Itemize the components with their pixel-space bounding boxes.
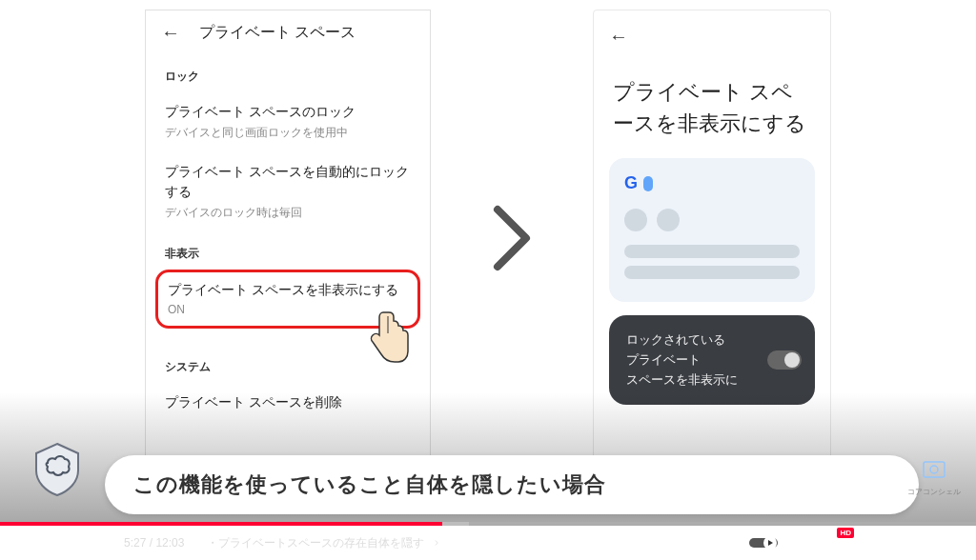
back-arrow-icon[interactable]: ← [609, 26, 815, 48]
subtitle-bubble: この機能を使っていること自体を隠したい場合 [105, 455, 919, 514]
dark-card-line: スペースを非表示に [626, 370, 798, 390]
pill-icon [643, 176, 653, 191]
locked-private-space-card: ロックされている プライベート スペースを非表示に [609, 315, 815, 405]
svg-rect-5 [798, 538, 812, 548]
back-arrow-icon[interactable]: ← [161, 22, 180, 44]
page-heading: プライベート スペースを非表示にする [613, 76, 811, 139]
setting-title: プライベート スペースを非表示にする [168, 280, 408, 300]
phone-settings-panel: ← プライベート スペース ロック プライベート スペースのロック デバイスと同… [145, 10, 431, 467]
fullscreen-button[interactable] [944, 533, 963, 552]
brand-text: コアコンシェル [907, 488, 961, 496]
setting-title: プライベート スペースのロック [165, 102, 411, 122]
next-button[interactable] [51, 533, 71, 552]
phone-header-title: プライベート スペース [199, 23, 356, 43]
channel-logo-badge [29, 440, 86, 497]
google-logo-placeholder: G [624, 173, 800, 193]
setting-private-space-lock[interactable]: プライベート スペースのロック デバイスと同じ画面ロックを使用中 [146, 92, 430, 152]
theater-mode-button[interactable] [904, 533, 926, 552]
setting-delete-private-space[interactable]: プライベート スペースを削除 [146, 383, 430, 424]
skeleton-bar [624, 266, 800, 279]
autoplay-toggle[interactable] [749, 535, 778, 550]
svg-rect-7 [877, 543, 883, 547]
illustration-card: G [609, 158, 815, 302]
play-button[interactable] [13, 532, 34, 553]
toggle-switch[interactable] [767, 350, 802, 370]
svg-rect-8 [905, 539, 925, 548]
setting-title: プライベート スペースを削除 [165, 392, 411, 412]
pointing-hand-icon [362, 307, 410, 369]
captions-button[interactable] [795, 533, 814, 552]
highlighted-setting-hide[interactable]: プライベート スペースを非表示にする ON [155, 270, 420, 329]
svg-rect-1 [924, 462, 945, 477]
phone-header: ← プライベート スペース [146, 10, 430, 55]
chapter-title[interactable]: ・プライベートスペースの存在自体を隠す [207, 535, 440, 551]
setting-subtitle: デバイスと同じ画面ロックを使用中 [165, 125, 411, 141]
current-time: 5:27 [124, 536, 146, 550]
skeleton-circle [624, 209, 647, 231]
total-duration: 12:03 [155, 536, 184, 550]
phone-hide-detail-panel: ← プライベート スペースを非表示にする G ロックされている プライベート ス… [593, 10, 831, 467]
volume-button[interactable] [88, 533, 107, 552]
brand-logo-right: コアコンシェル [907, 456, 961, 497]
setting-auto-lock[interactable]: プライベート スペースを自動的にロックする デバイスのロック時は毎回 [146, 152, 430, 232]
setting-title: プライベート スペースを自動的にロックする [165, 162, 411, 202]
time-display: 5:27 / 12:03 [124, 536, 184, 550]
chevron-right-icon [488, 10, 536, 467]
subtitle-text: この機能を使っていること自体を隠したい場合 [133, 470, 890, 499]
miniplayer-button[interactable] [867, 533, 886, 552]
section-label-hide: 非表示 [146, 232, 430, 270]
svg-point-2 [930, 466, 938, 473]
settings-button[interactable]: HD [831, 533, 850, 552]
skeleton-bar [624, 245, 800, 258]
setting-subtitle: デバイスのロック時は毎回 [165, 205, 411, 221]
video-content-area: ← プライベート スペース ロック プライベート スペースのロック デバイスと同… [0, 0, 976, 526]
section-label-lock: ロック [146, 55, 430, 92]
skeleton-circle [657, 209, 680, 231]
video-player-controls: 5:27 / 12:03 ・プライベートスペースの存在自体を隠す HD [0, 526, 976, 560]
hd-badge: HD [837, 528, 854, 538]
dark-card-line: ロックされている [626, 330, 798, 350]
g-letter-icon: G [624, 173, 638, 193]
